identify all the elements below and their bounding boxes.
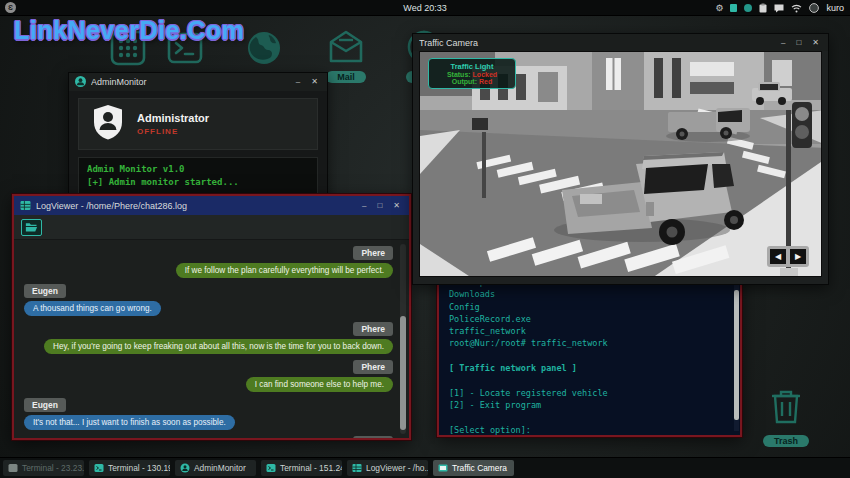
close-button[interactable]: ✕ — [308, 78, 321, 86]
chat-log: Phere If we follow the plan carefully ev… — [14, 240, 409, 438]
clipboard-icon[interactable] — [759, 0, 767, 16]
wifi-icon[interactable] — [791, 0, 802, 16]
taskbar-item-traffic-camera[interactable]: Traffic Camera — [433, 460, 514, 476]
terminal-line — [449, 411, 730, 423]
sender-badge: Phere — [353, 436, 393, 438]
overlay-title: Traffic Light — [431, 62, 513, 71]
chat-message: Eugen A thousand things can go wrong. — [24, 284, 393, 316]
admin-monitor-app-icon — [75, 73, 86, 91]
game-desktop: LinkNeverDie.Com Mail B Trash AdminMonit… — [0, 0, 850, 478]
taskbar-item-label: Terminal - 151.24... — [280, 463, 342, 473]
gear-icon[interactable]: ⚙ — [715, 0, 723, 16]
taskbar-item-log-viewer[interactable]: LogViewer - /ho... — [347, 460, 428, 476]
chat-bubble: A thousand things can go wrong. — [24, 301, 161, 316]
trash-label: Trash — [763, 435, 809, 447]
terminal-line: Config — [449, 301, 730, 313]
admin-name: Administrator — [137, 112, 209, 124]
scrollbar-thumb[interactable] — [734, 290, 739, 420]
chat-bubble: Hey, if you're going to keep freaking ou… — [44, 339, 393, 354]
terminal-line — [449, 374, 730, 386]
terminal-line: [ Traffic network panel ] — [449, 362, 730, 374]
sender-badge: Phere — [353, 322, 393, 336]
window-title: Traffic Camera — [419, 38, 773, 48]
scrollbar-thumb[interactable] — [400, 316, 406, 430]
sender-badge: Eugen — [24, 398, 66, 412]
log-viewer-toolbar — [14, 215, 409, 240]
camera-nav: ◀ ▶ — [767, 246, 809, 267]
chat-message: Phere I can find someone else to help me… — [24, 360, 393, 392]
watermark: LinkNeverDie.Com — [14, 16, 244, 45]
terminal-line: [Select option]: — [449, 424, 730, 436]
taskbar-item-label: Terminal - 130.19... — [108, 463, 170, 473]
taskbar: Terminal - 23.23... Terminal - 130.19...… — [0, 457, 850, 478]
terminal-line: PoliceRecord.exe — [449, 313, 730, 325]
sender-badge: Phere — [353, 360, 393, 374]
sender-badge: Phere — [353, 246, 393, 260]
terminal-line: [2] - Exit program — [449, 399, 730, 411]
terminal-line: [1] - Locate registered vehicle — [449, 387, 730, 399]
trash[interactable]: Trash — [762, 386, 810, 448]
terminal-line: traffic_network — [449, 325, 730, 337]
window-log-viewer: LogViewer - /home/Phere/chat286.log – □ … — [12, 194, 411, 440]
top-menubar: Ɛ Wed 20:33 ⚙ kuro — [0, 0, 850, 16]
chat-message: Eugen It's not that... I just want to fi… — [24, 398, 393, 430]
window-title: LogViewer - /home/Phere/chat286.log — [36, 201, 354, 211]
terminal-line: root@Nur:/root# traffic_network — [449, 337, 730, 349]
traffic-light-overlay: Traffic Light Status: Locked Output: Red — [428, 58, 516, 89]
maximize-button[interactable]: □ — [374, 202, 385, 210]
trash-icon — [767, 412, 805, 429]
taskbar-item-label: Terminal - 23.23... — [22, 463, 84, 473]
chat-bubble: It's not that... I just want to finish a… — [24, 415, 235, 430]
maximize-button[interactable]: □ — [793, 39, 804, 47]
globe-icon — [240, 28, 288, 68]
open-file-button[interactable] — [21, 219, 42, 236]
sender-badge: Eugen — [24, 284, 66, 298]
window-traffic-camera: Traffic Camera – □ ✕ — [412, 33, 829, 285]
taskbar-item-terminal-2[interactable]: Terminal - 130.19... — [89, 460, 170, 476]
chat-message: Phere Hey, if you're going to keep freak… — [24, 322, 393, 354]
console-line: [+] Admin monitor started... — [87, 176, 309, 189]
taskbar-item-label: Traffic Camera — [452, 463, 507, 473]
prev-camera-button[interactable]: ◀ — [770, 249, 786, 264]
minimize-button[interactable]: – — [293, 78, 303, 86]
taskbar-item-admin-monitor[interactable]: AdminMonitor — [175, 460, 256, 476]
chat-message: Phere If we follow the plan carefully ev… — [24, 246, 393, 278]
traffic-camera-titlebar[interactable]: Traffic Camera – □ ✕ — [413, 34, 828, 51]
window-title: AdminMonitor — [91, 77, 288, 87]
overlay-status: Status: Locked — [431, 71, 513, 78]
close-button[interactable]: ✕ — [809, 39, 822, 47]
minimize-button[interactable]: – — [359, 202, 369, 210]
taskbar-item-label: AdminMonitor — [194, 463, 246, 473]
admin-monitor-titlebar[interactable]: AdminMonitor – ✕ — [69, 73, 327, 91]
desktop-icon-browser-globe[interactable] — [240, 28, 288, 68]
taskbar-item-terminal-3[interactable]: Terminal - 151.24... — [261, 460, 342, 476]
circle-indicator-icon[interactable] — [744, 0, 752, 16]
overlay-output: Output: Red — [431, 78, 513, 85]
next-camera-button[interactable]: ▶ — [790, 249, 806, 264]
camera-viewport: Traffic Light Status: Locked Output: Red… — [419, 51, 822, 277]
avatar-icon[interactable] — [809, 0, 819, 16]
folder-open-icon — [25, 218, 38, 236]
admin-status-badge: OFFLINE — [137, 127, 209, 136]
chat-icon[interactable] — [774, 0, 784, 16]
chat-message: Phere — [24, 436, 393, 438]
username: kuro — [826, 3, 844, 13]
square-indicator-icon[interactable] — [730, 0, 737, 16]
mail-icon — [322, 28, 370, 66]
close-button[interactable]: ✕ — [390, 202, 403, 210]
chat-bubble: I can find someone else to help me. — [246, 377, 393, 392]
console-line: Admin Monitor v1.0 — [87, 163, 309, 176]
log-viewer-titlebar[interactable]: LogViewer - /home/Phere/chat286.log – □ … — [14, 196, 409, 215]
taskbar-item-label: LogViewer - /ho... — [366, 463, 428, 473]
admin-profile-card: Administrator OFFLINE — [78, 98, 318, 150]
shield-user-icon — [93, 104, 123, 144]
taskbar-item-terminal-1[interactable]: Terminal - 23.23... — [3, 460, 84, 476]
terminal-line: Downloads — [449, 288, 730, 300]
desktop-icon-mail[interactable]: Mail — [322, 28, 370, 84]
chat-bubble: If we follow the plan carefully everythi… — [176, 263, 393, 278]
minimize-button[interactable]: – — [778, 39, 788, 47]
chat-scrollbar[interactable] — [400, 244, 406, 434]
desktop-icon-label: Mail — [326, 71, 366, 83]
log-viewer-app-icon — [20, 197, 31, 215]
terminal-line — [449, 350, 730, 362]
